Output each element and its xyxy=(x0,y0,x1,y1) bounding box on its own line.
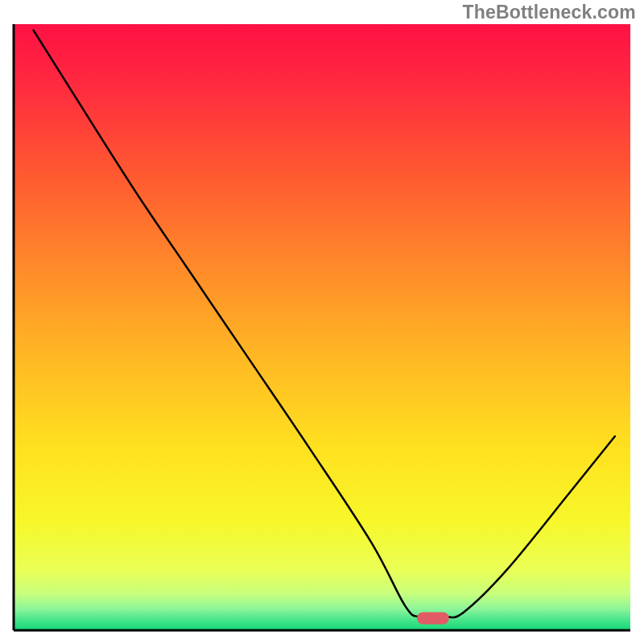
chart-stage: TheBottleneck.com xyxy=(0,0,644,644)
watermark-text: TheBottleneck.com xyxy=(462,2,636,23)
optimal-marker xyxy=(417,612,449,624)
bottleneck-chart xyxy=(0,0,644,644)
gradient-background xyxy=(14,24,630,630)
